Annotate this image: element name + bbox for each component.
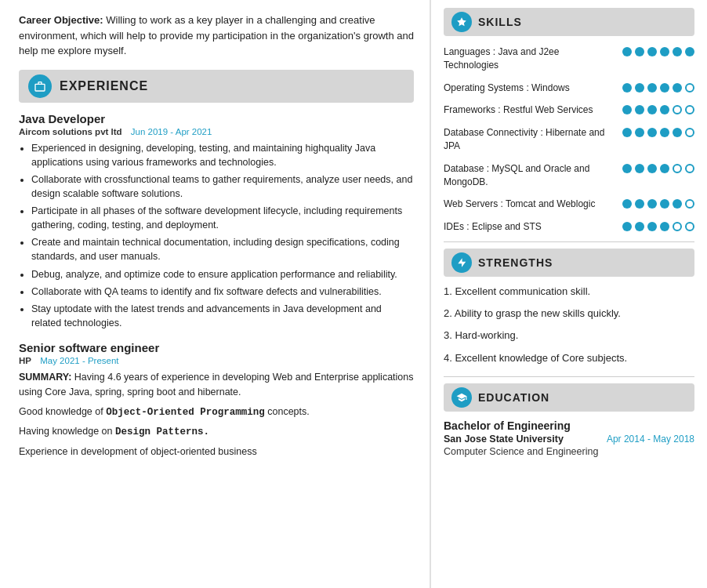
bullet-item: Experienced in designing, developing, te…: [31, 141, 414, 169]
education-icon: [451, 387, 472, 408]
strengths-list: 1. Excellent communication skill. 2. Abi…: [444, 285, 694, 365]
strength-1: 2. Ability to grasp the new skills quick…: [444, 307, 694, 321]
dot: [660, 105, 669, 114]
experience-section-header: EXPERIENCE: [19, 70, 414, 103]
briefcase-icon: [34, 80, 46, 93]
job-1-company: Aircom solutions pvt ltd: [19, 127, 122, 136]
job-2-extra-3: Experience in development of object-orie…: [19, 445, 414, 459]
dot: [660, 199, 669, 209]
dot: [647, 164, 657, 173]
dot: [673, 83, 682, 93]
job-2-company: HP: [19, 356, 31, 365]
divider: [444, 241, 694, 242]
strengths-svg-icon: [456, 257, 467, 268]
strengths-icon: [451, 252, 472, 273]
edu-degree: Bachelor of Engineering: [444, 419, 694, 432]
extra-3-text: Experience in development of object-orie…: [19, 446, 257, 457]
skill-dots-0: [622, 44, 694, 56]
bullet-item: Debug, analyze, and optimize code to ens…: [31, 267, 414, 281]
skill-dots-5: [622, 196, 694, 209]
dot: [622, 83, 632, 93]
dot: [673, 199, 682, 209]
dot: [647, 128, 657, 137]
career-objective-section: Career Objective: Willing to work as a k…: [19, 13, 414, 59]
extra-1-text: Good knowledge of: [19, 406, 106, 417]
dot: [635, 105, 644, 114]
bullet-item: Stay uptodate with the latest trends and…: [31, 302, 414, 330]
dot: [685, 199, 694, 209]
dot: [635, 128, 644, 137]
dot: [673, 105, 682, 114]
education-section-header: EDUCATION: [444, 383, 694, 412]
dot: [622, 222, 632, 231]
dot: [685, 164, 694, 173]
extra-2-text: Having knowledge on: [19, 426, 115, 437]
left-column: Career Objective: Willing to work as a k…: [0, 0, 431, 588]
skill-row-3: Database Connectivity : Hibernate and JP…: [444, 125, 694, 153]
dot: [622, 47, 632, 56]
dot: [647, 83, 657, 93]
strengths-section-header: STRENGTHS: [444, 249, 694, 277]
extra-1-bold: Object-Oriented Programming: [106, 407, 265, 418]
dot: [685, 128, 694, 137]
job-1-meta: Aircom solutions pvt ltd Jun 2019 - Apr …: [19, 127, 414, 136]
strength-3: 4. Excellent knowledge of Core subjects.: [444, 351, 694, 365]
skill-dots-4: [622, 161, 694, 173]
job-1-title: Java Developer: [19, 112, 414, 125]
dot: [673, 128, 682, 137]
dot: [660, 222, 669, 231]
job-1-bullets: Experienced in designing, developing, te…: [31, 141, 414, 331]
skills-list: Languages : Java and J2ee Technologies O…: [444, 44, 694, 234]
skill-row-6: IDEs : Eclipse and STS: [444, 219, 694, 234]
skill-label-2: Frameworks : Restful Web Services: [444, 102, 616, 117]
skill-label-4: Database : MySQL and Oracle and MongoDB.: [444, 161, 616, 189]
skill-dots-3: [622, 125, 694, 137]
skill-label-0: Languages : Java and J2ee Technologies: [444, 44, 616, 72]
strength-2: 3. Hard-working.: [444, 328, 694, 343]
bullet-item: Create and maintain technical documentat…: [31, 235, 414, 263]
education-block: Bachelor of Engineering San Jose State U…: [444, 419, 694, 457]
dot: [647, 47, 657, 56]
skill-label-1: Operating Systems : Windows: [444, 80, 616, 95]
skill-dots-6: [622, 219, 694, 231]
job-2-extra-1: Good knowledge of Object-Oriented Progra…: [19, 405, 414, 420]
career-objective-label: Career Objective:: [19, 14, 103, 26]
dot: [647, 105, 657, 114]
job-2-meta: HP May 2021 - Present: [19, 356, 414, 365]
education-section-title: EDUCATION: [478, 391, 549, 404]
skill-dots-1: [622, 80, 694, 93]
job-1-date: Jun 2019 - Apr 2021: [131, 127, 212, 136]
extra-2-bold: Design Patterns.: [115, 426, 209, 437]
dot: [635, 164, 644, 173]
skill-row-2: Frameworks : Restful Web Services: [444, 102, 694, 117]
edu-date: Apr 2014 - May 2018: [607, 434, 694, 445]
dot: [635, 199, 644, 209]
job-2-extra-2: Having knowledge on Design Patterns.: [19, 424, 414, 440]
skill-dots-2: [622, 102, 694, 114]
bullet-item: Collaborate with QA teams to identify an…: [31, 285, 414, 299]
extra-1-rest: concepts.: [265, 406, 310, 417]
experience-icon: [28, 74, 52, 98]
dot: [635, 47, 644, 56]
dot: [685, 83, 694, 93]
skills-section-title: SKILLS: [478, 16, 522, 28]
bullet-item: Participate in all phases of the softwar…: [31, 204, 414, 232]
skill-row-5: Web Servers : Tomcat and Weblogic: [444, 196, 694, 211]
dot: [685, 222, 694, 231]
dot: [673, 164, 682, 173]
skill-label-5: Web Servers : Tomcat and Weblogic: [444, 196, 616, 211]
divider-2: [444, 376, 694, 377]
skill-row-0: Languages : Java and J2ee Technologies: [444, 44, 694, 72]
dot: [660, 128, 669, 137]
dot: [622, 128, 632, 137]
resume-container: Career Objective: Willing to work as a k…: [0, 0, 707, 588]
strength-0: 1. Excellent communication skill.: [444, 285, 694, 299]
edu-uni-row: San Jose State University Apr 2014 - May…: [444, 434, 694, 445]
dot: [622, 164, 632, 173]
dot: [660, 83, 669, 93]
skills-svg-icon: [456, 16, 467, 27]
summary-body: Having 4.6 years of experience in develo…: [19, 372, 414, 397]
experience-section-title: EXPERIENCE: [60, 79, 148, 93]
dot: [647, 199, 657, 209]
skill-label-3: Database Connectivity : Hibernate and JP…: [444, 125, 616, 153]
